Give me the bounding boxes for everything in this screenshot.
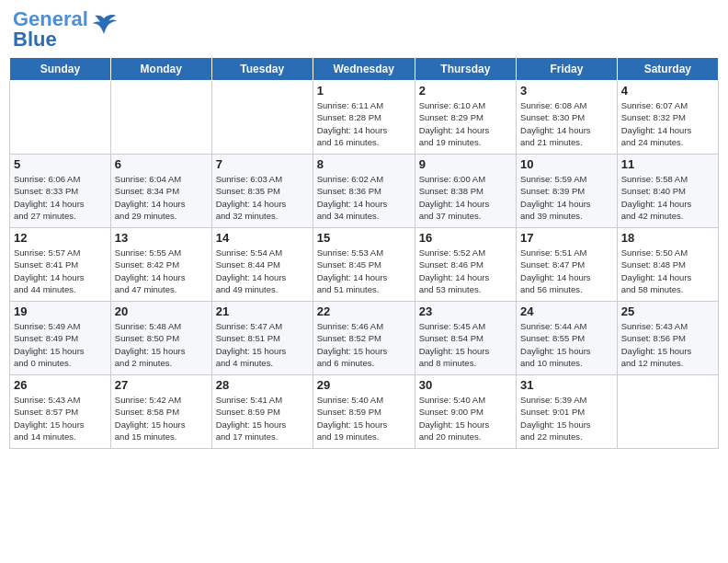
day-number: 24 [520,304,613,318]
calendar-cell [211,81,313,155]
calendar-cell: 8Sunrise: 6:02 AM Sunset: 8:36 PM Daylig… [313,155,415,228]
calendar-week-3: 12Sunrise: 5:57 AM Sunset: 8:41 PM Dayli… [10,228,719,302]
calendar-cell: 11Sunrise: 5:58 AM Sunset: 8:40 PM Dayli… [617,155,718,228]
day-info: Sunrise: 6:10 AM Sunset: 8:29 PM Dayligh… [419,99,512,148]
day-number: 13 [115,231,208,245]
weekday-header-monday: Monday [110,58,211,81]
calendar-cell: 23Sunrise: 5:45 AM Sunset: 8:54 PM Dayli… [415,302,516,375]
calendar-cell: 17Sunrise: 5:51 AM Sunset: 8:47 PM Dayli… [517,228,618,302]
weekday-header-wednesday: Wednesday [313,58,415,81]
calendar-cell [10,81,111,155]
calendar-cell: 22Sunrise: 5:46 AM Sunset: 8:52 PM Dayli… [313,302,415,375]
logo: GeneralBlue [13,9,118,50]
calendar-cell: 12Sunrise: 5:57 AM Sunset: 8:41 PM Dayli… [10,228,111,302]
calendar-cell: 16Sunrise: 5:52 AM Sunset: 8:46 PM Dayli… [415,228,516,302]
day-info: Sunrise: 5:57 AM Sunset: 8:41 PM Dayligh… [14,247,107,295]
calendar-cell: 5Sunrise: 6:06 AM Sunset: 8:33 PM Daylig… [10,155,111,228]
calendar-cell [617,375,718,449]
day-number: 19 [14,304,107,318]
day-number: 4 [621,84,714,98]
calendar-cell: 28Sunrise: 5:41 AM Sunset: 8:59 PM Dayli… [211,375,313,449]
day-number: 16 [419,231,512,245]
day-number: 15 [317,231,411,245]
day-number: 23 [419,304,512,318]
calendar-cell: 29Sunrise: 5:40 AM Sunset: 8:59 PM Dayli… [313,375,415,449]
calendar-cell: 3Sunrise: 6:08 AM Sunset: 8:30 PM Daylig… [517,81,618,155]
day-number: 28 [216,378,309,392]
day-number: 22 [317,304,411,318]
day-info: Sunrise: 5:41 AM Sunset: 8:59 PM Dayligh… [216,394,309,442]
day-number: 12 [14,231,107,245]
calendar-cell: 24Sunrise: 5:44 AM Sunset: 8:55 PM Dayli… [517,302,618,375]
day-number: 7 [216,157,309,171]
calendar-body: 1Sunrise: 6:11 AM Sunset: 8:28 PM Daylig… [10,81,719,449]
day-number: 29 [317,378,411,392]
calendar-week-1: 1Sunrise: 6:11 AM Sunset: 8:28 PM Daylig… [10,81,719,155]
weekday-header-tuesday: Tuesday [211,58,313,81]
calendar-cell [110,81,211,155]
day-number: 21 [216,304,309,318]
calendar-cell: 14Sunrise: 5:54 AM Sunset: 8:44 PM Dayli… [211,228,313,302]
day-number: 30 [419,378,512,392]
calendar-cell: 20Sunrise: 5:48 AM Sunset: 8:50 PM Dayli… [110,302,211,375]
calendar-cell: 15Sunrise: 5:53 AM Sunset: 8:45 PM Dayli… [313,228,415,302]
calendar-week-5: 26Sunrise: 5:43 AM Sunset: 8:57 PM Dayli… [10,375,719,449]
day-number: 31 [520,378,613,392]
day-info: Sunrise: 5:53 AM Sunset: 8:45 PM Dayligh… [317,247,411,295]
calendar-week-4: 19Sunrise: 5:49 AM Sunset: 8:49 PM Dayli… [10,302,719,375]
day-info: Sunrise: 5:39 AM Sunset: 9:01 PM Dayligh… [520,394,613,442]
calendar-cell: 30Sunrise: 5:40 AM Sunset: 9:00 PM Dayli… [415,375,516,449]
day-info: Sunrise: 5:51 AM Sunset: 8:47 PM Dayligh… [520,247,613,295]
day-number: 27 [115,378,208,392]
calendar-cell: 18Sunrise: 5:50 AM Sunset: 8:48 PM Dayli… [617,228,718,302]
day-number: 20 [115,304,208,318]
calendar-cell: 21Sunrise: 5:47 AM Sunset: 8:51 PM Dayli… [211,302,313,375]
day-number: 1 [317,84,411,98]
calendar-cell: 4Sunrise: 6:07 AM Sunset: 8:32 PM Daylig… [617,81,718,155]
day-info: Sunrise: 5:43 AM Sunset: 8:57 PM Dayligh… [14,394,107,442]
day-info: Sunrise: 5:42 AM Sunset: 8:58 PM Dayligh… [115,394,208,442]
calendar-cell: 10Sunrise: 5:59 AM Sunset: 8:39 PM Dayli… [517,155,618,228]
calendar-cell: 19Sunrise: 5:49 AM Sunset: 8:49 PM Dayli… [10,302,111,375]
day-info: Sunrise: 5:52 AM Sunset: 8:46 PM Dayligh… [419,247,512,295]
calendar-cell: 27Sunrise: 5:42 AM Sunset: 8:58 PM Dayli… [110,375,211,449]
weekday-header-thursday: Thursday [415,58,516,81]
calendar-header: SundayMondayTuesdayWednesdayThursdayFrid… [10,58,719,81]
calendar-cell: 6Sunrise: 6:04 AM Sunset: 8:34 PM Daylig… [110,155,211,228]
day-info: Sunrise: 6:03 AM Sunset: 8:35 PM Dayligh… [216,173,309,222]
day-info: Sunrise: 5:58 AM Sunset: 8:40 PM Dayligh… [621,173,714,222]
calendar-cell: 26Sunrise: 5:43 AM Sunset: 8:57 PM Dayli… [10,375,111,449]
calendar-week-2: 5Sunrise: 6:06 AM Sunset: 8:33 PM Daylig… [10,155,719,228]
day-number: 17 [520,231,613,245]
weekday-header-friday: Friday [517,58,618,81]
day-info: Sunrise: 6:02 AM Sunset: 8:36 PM Dayligh… [317,173,411,222]
calendar-cell: 31Sunrise: 5:39 AM Sunset: 9:01 PM Dayli… [517,375,618,449]
day-number: 18 [621,231,714,245]
day-number: 2 [419,84,512,98]
calendar-cell: 25Sunrise: 5:43 AM Sunset: 8:56 PM Dayli… [617,302,718,375]
day-info: Sunrise: 5:40 AM Sunset: 9:00 PM Dayligh… [419,394,512,442]
day-info: Sunrise: 5:44 AM Sunset: 8:55 PM Dayligh… [520,320,613,369]
day-number: 5 [14,157,107,171]
day-info: Sunrise: 5:43 AM Sunset: 8:56 PM Dayligh… [621,320,714,369]
calendar-cell: 2Sunrise: 6:10 AM Sunset: 8:29 PM Daylig… [415,81,516,155]
weekday-header-row: SundayMondayTuesdayWednesdayThursdayFrid… [10,58,719,81]
day-info: Sunrise: 6:00 AM Sunset: 8:38 PM Dayligh… [419,173,512,222]
day-number: 14 [216,231,309,245]
calendar-cell: 9Sunrise: 6:00 AM Sunset: 8:38 PM Daylig… [415,155,516,228]
calendar-table: SundayMondayTuesdayWednesdayThursdayFrid… [9,57,719,449]
day-number: 11 [621,157,714,171]
day-info: Sunrise: 5:49 AM Sunset: 8:49 PM Dayligh… [14,320,107,369]
day-info: Sunrise: 5:45 AM Sunset: 8:54 PM Dayligh… [419,320,512,369]
calendar-cell: 7Sunrise: 6:03 AM Sunset: 8:35 PM Daylig… [211,155,313,228]
day-info: Sunrise: 6:11 AM Sunset: 8:28 PM Dayligh… [317,99,411,148]
day-info: Sunrise: 5:54 AM Sunset: 8:44 PM Dayligh… [216,247,309,295]
day-info: Sunrise: 5:46 AM Sunset: 8:52 PM Dayligh… [317,320,411,369]
day-info: Sunrise: 5:47 AM Sunset: 8:51 PM Dayligh… [216,320,309,369]
day-info: Sunrise: 5:40 AM Sunset: 8:59 PM Dayligh… [317,394,411,442]
day-info: Sunrise: 5:48 AM Sunset: 8:50 PM Dayligh… [115,320,208,369]
day-number: 3 [520,84,613,98]
day-info: Sunrise: 5:55 AM Sunset: 8:42 PM Dayligh… [115,247,208,295]
day-number: 10 [520,157,613,171]
day-number: 26 [14,378,107,392]
